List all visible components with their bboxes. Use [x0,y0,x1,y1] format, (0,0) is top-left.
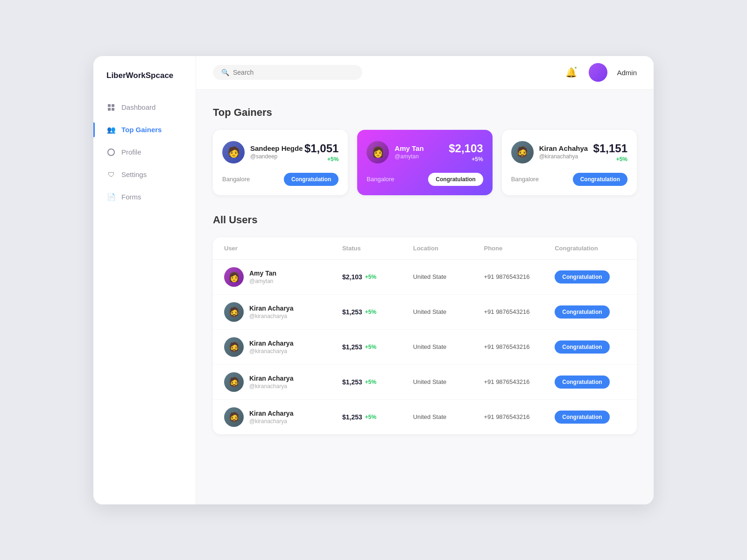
gainer-location-2: Bangalore [511,176,539,183]
gainer-text-2: Kiran Achahya @kiranachahya [539,144,588,160]
avatar-img-0: 🧑 [222,141,245,163]
doc-icon: 📄 [106,192,116,202]
app-logo: LiberWorkSpcace [93,71,196,97]
page-content: Top Gainers 🧑 Sandeep Hegde @sande [196,90,654,504]
location-cell-2: United State [413,343,484,350]
all-users-section: All Users User Status Location Phone Con… [213,214,637,434]
gainer-card-top-0: 🧑 Sandeep Hegde @sandeep $1,051 +5% [222,141,338,163]
all-users-title: All Users [213,214,637,226]
top-gainers-section: Top Gainers 🧑 Sandeep Hegde @sande [213,106,637,195]
user-cell-0: 👩 Amy Tan @amytan [224,267,342,287]
search-icon: 🔍 [221,69,229,76]
phone-cell-3: +91 9876543216 [484,378,555,385]
user-handle-2: @kiranacharya [249,348,293,354]
location-cell-0: United State [413,273,484,280]
gainer-name-1: Amy Tan [395,144,423,152]
amount-0: $2,103 [342,273,362,281]
gainer-value-2: $1,151 [593,142,627,155]
status-cell-3: $1,253 +5% [342,378,413,386]
sidebar-item-top-gainers[interactable]: 👥 Top Gainers [93,120,196,140]
sidebar-nav: Dashboard 👥 Top Gainers Profile 🛡 Settin… [93,97,196,207]
sidebar-label-top-gainers: Top Gainers [121,126,162,134]
top-gainers-title: Top Gainers [213,106,637,119]
user-info-3: Kiran Acharya @kiranacharya [249,375,293,390]
col-congrat: Congratulation [555,245,626,252]
user-info-2: Kiran Acharya @kiranacharya [249,340,293,354]
congrat-btn-row-2[interactable]: Congratulation [555,340,609,354]
col-user: User [224,245,342,252]
sidebar-item-settings[interactable]: 🛡 Settings [93,164,196,185]
amount-4: $1,253 [342,413,362,421]
header: 🔍 🔔 Admin [196,56,654,90]
congrat-btn-1[interactable]: Congratulation [428,173,483,186]
avatar[interactable] [589,63,607,82]
table-row: 🧔 Kiran Acharya @kiranacharya $1,253 +5%… [213,295,637,330]
gainer-card-2: 🧔 Kiran Achahya @kiranachahya $1,151 +5% [502,130,637,195]
gainer-card-1: 👩 Amy Tan @amytan $2,103 +5% [357,130,492,195]
user-avatar-1: 🧔 [224,302,244,322]
gainer-card-top-1: 👩 Amy Tan @amytan $2,103 +5% [366,141,483,163]
top-gainers-grid: 🧑 Sandeep Hegde @sandeep $1,051 +5% [213,130,637,195]
gainer-card-bottom-0: Bangalore Congratulation [222,173,338,186]
user-avatar-4: 🧔 [224,407,244,427]
notification-dot [574,66,578,70]
main-content: 🔍 🔔 Admin Top Gainers [196,56,654,504]
congrat-btn-2[interactable]: Congratulation [573,173,627,186]
congrat-btn-row-0[interactable]: Congratulation [555,270,609,284]
gainer-amount-2: $1,151 +5% [593,142,627,163]
col-status: Status [342,245,413,252]
gainer-card-top-2: 🧔 Kiran Achahya @kiranachahya $1,151 +5% [511,141,627,163]
user-name-4: Kiran Acharya [249,410,293,417]
people-icon: 👥 [106,125,116,135]
sidebar-label-settings: Settings [121,170,147,178]
user-avatar-3: 🧔 [224,372,244,392]
phone-cell-0: +91 9876543216 [484,273,555,280]
gainer-user-info-2: 🧔 Kiran Achahya @kiranachahya [511,141,588,163]
user-avatar-0: 👩 [224,267,244,287]
avatar-image [589,63,607,82]
user-info-0: Amy Tan @amytan [249,269,276,284]
status-cell-2: $1,253 +5% [342,343,413,351]
col-location: Location [413,245,484,252]
phone-cell-2: +91 9876543216 [484,343,555,350]
user-info-1: Kiran Acharya @kiranacharya [249,305,293,319]
congrat-btn-row-1[interactable]: Congratulation [555,305,609,319]
gainer-text-0: Sandeep Hegde @sandeep [250,144,303,160]
notification-bell[interactable]: 🔔 [563,64,579,81]
gainer-handle-1: @amytan [395,153,423,160]
pct-3: +5% [365,379,376,385]
user-avatar-2: 🧔 [224,337,244,357]
gainer-amount-0: $1,051 +5% [304,142,338,163]
sidebar: LiberWorkSpcace Dashboard 👥 Top Gainers … [93,56,196,504]
shield-icon: 🛡 [106,170,116,179]
sidebar-item-forms[interactable]: 📄 Forms [93,187,196,207]
phone-cell-1: +91 9876543216 [484,308,555,315]
gainer-card-0: 🧑 Sandeep Hegde @sandeep $1,051 +5% [213,130,348,195]
search-input[interactable] [233,69,354,76]
search-bar[interactable]: 🔍 [213,65,362,80]
user-handle-1: @kiranacharya [249,313,293,319]
user-info-4: Kiran Acharya @kiranacharya [249,410,293,425]
gainer-pct-1: +5% [449,156,483,163]
congrat-btn-row-4[interactable]: Congratulation [555,411,609,424]
sidebar-item-profile[interactable]: Profile [93,142,196,163]
gainer-amount-1: $2,103 +5% [449,142,483,163]
gainer-pct-0: +5% [304,156,338,163]
user-name-2: Kiran Acharya [249,340,293,347]
congrat-btn-0[interactable]: Congratulation [284,173,338,186]
gainer-name-0: Sandeep Hegde [250,144,303,152]
user-cell-1: 🧔 Kiran Acharya @kiranacharya [224,302,342,322]
user-cell-4: 🧔 Kiran Acharya @kiranacharya [224,407,342,427]
gainer-pct-2: +5% [593,156,627,163]
col-phone: Phone [484,245,555,252]
avatar-img-2: 🧔 [511,141,534,163]
gainer-avatar-2: 🧔 [511,141,534,163]
user-handle-4: @kiranacharya [249,418,293,425]
status-cell-4: $1,253 +5% [342,413,413,421]
gainer-text-1: Amy Tan @amytan [395,144,423,160]
user-handle-3: @kiranacharya [249,383,293,390]
congrat-btn-row-3[interactable]: Congratulation [555,376,609,389]
sidebar-item-dashboard[interactable]: Dashboard [93,97,196,118]
user-name-0: Amy Tan [249,269,276,277]
sidebar-label-forms: Forms [121,193,141,201]
